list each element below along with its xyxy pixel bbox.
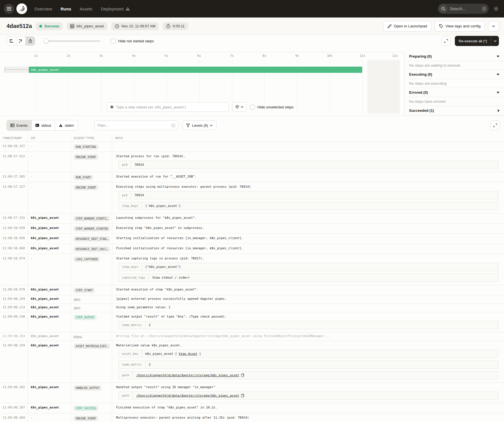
flat-view-icon (10, 39, 14, 43)
event-op[interactable]: k8s_pipes_asset (28, 285, 71, 295)
event-metadata-entry: path/Users/alangenfeld/data/dagster/stor… (118, 392, 498, 400)
event-op[interactable]: k8s_pipes_asset (28, 244, 71, 254)
events-fullscreen-button[interactable] (490, 121, 500, 130)
event-row[interactable]: 11:08:58.039k8s_pipes_assetSTEP_WORKER_S… (0, 223, 504, 233)
metadata-value: /Users/alangenfeld/data/dagster/storage/… (133, 392, 498, 399)
event-op: - (28, 152, 71, 172)
job-name-badge[interactable]: k8s_pipes_asset (67, 22, 107, 30)
view-tags-config-button[interactable]: View tags and config (435, 21, 485, 32)
hide-not-started-checkbox[interactable] (111, 39, 116, 43)
run-header-more-button[interactable] (488, 21, 499, 32)
metadata-link[interactable]: View stdout / stderr (152, 276, 190, 279)
event-op[interactable]: k8s_pipes_asset (28, 341, 71, 382)
event-op[interactable]: k8s_pipes_asset (28, 312, 71, 332)
tab-events[interactable]: Events (7, 120, 31, 130)
search-input[interactable]: Search... / (438, 4, 489, 14)
gantt-step-bar[interactable]: k8s_pipes_asset (29, 67, 362, 73)
metadata-key: some_metric (119, 361, 145, 368)
step-selector-icon (110, 105, 114, 109)
copy-icon[interactable] (241, 373, 244, 377)
event-op[interactable]: k8s_pipes_asset (28, 213, 71, 223)
gantt-tick-label: 1s (34, 54, 38, 58)
log-filter-input[interactable]: Filter... (94, 121, 179, 130)
metadata-value: 78914 (131, 191, 498, 199)
dagster-logo[interactable] (16, 3, 27, 14)
event-row[interactable]: 11:09:08.254k8s_pipes_assetDEBUGWriting … (0, 332, 504, 341)
event-op[interactable]: k8s_pipes_asset (28, 383, 71, 403)
event-row[interactable]: 11:08:57.327-ENGINE_EVENTExecuting steps… (0, 182, 504, 213)
event-row[interactable]: 11:08:58.079k8s_pipes_assetSTEP_STARTSta… (0, 285, 504, 295)
stopwatch-icon (166, 24, 170, 29)
event-type-label: DEBUG (73, 335, 82, 339)
metadata-key: step_keys (119, 202, 142, 210)
nav-item-assets[interactable]: Assets (80, 6, 92, 11)
column-header-op: OP (28, 134, 71, 141)
gantt-view-waterfall-button[interactable] (16, 37, 25, 45)
event-type: LOGS_CAPTURED (71, 254, 112, 285)
step-subset-input[interactable]: Type a step subset (ex: k8s_pipes_asset+… (107, 102, 229, 112)
gantt-view-timed-button[interactable] (25, 37, 35, 45)
event-row[interactable]: 11:09:08.248k8s_pipes_assetSTEP_OUTPUTYi… (0, 312, 504, 332)
event-row[interactable]: 11:09:08.282k8s_pipes_assetHANDLED_OUTPU… (0, 382, 504, 403)
nav-item-runs[interactable]: Runs (61, 6, 71, 11)
panel-section-succeeded[interactable]: Succeeded (1) (405, 106, 504, 115)
panel-section-errored[interactable]: Errored (0) (405, 88, 504, 97)
gantt-tick-label: 4s (132, 54, 136, 58)
hamburger-menu-button[interactable] (4, 4, 14, 14)
event-metadata-entry: some_metric2 (118, 321, 498, 329)
clear-filter-icon[interactable] (171, 123, 175, 128)
tab-stderr[interactable]: stderr (55, 120, 78, 130)
event-type-pill: STEP_WORKER_STARTED (73, 226, 110, 231)
metadata-link[interactable]: /Users/alangenfeld/data/dagster/storage/… (136, 394, 239, 397)
metadata-link[interactable]: View Asset (179, 352, 197, 356)
metadata-key: asset_key (119, 350, 142, 358)
hide-unselected-checkbox-row[interactable]: Hide unselected steps (250, 105, 294, 110)
gantt-tick-label: 7s (230, 54, 234, 58)
reexecute-options-button[interactable] (491, 36, 499, 46)
event-row[interactable]: 11:08:58.060k8s_pipes_assetRESOURCE_INIT… (0, 244, 504, 254)
event-row[interactable]: 11:09:08.259k8s_pipes_assetASSET_MATERIA… (0, 341, 504, 382)
event-row[interactable]: 11:08:57.305-RUN_STARTStarted execution … (0, 172, 504, 182)
nav-item-overview[interactable]: Overview (34, 6, 52, 11)
event-info: Launching subprocess for "k8s_pipes_asse… (112, 213, 504, 223)
copy-icon[interactable] (241, 394, 244, 397)
event-row[interactable]: 11:09:08.484-ENGINE_EVENTMultiprocess ex… (0, 413, 504, 422)
event-type: STEP_OUTPUT (71, 312, 112, 332)
hide-not-started-checkbox-row[interactable]: Hide not started steps (111, 39, 154, 43)
panel-section-executing[interactable]: Executing (0) (405, 70, 504, 79)
event-op[interactable]: k8s_pipes_asset (28, 333, 71, 341)
panel-section-preparing[interactable]: Preparing (0) (405, 52, 504, 61)
metadata-value: View stdout / stderr (149, 274, 498, 281)
event-op[interactable]: k8s_pipes_asset (28, 304, 71, 312)
event-row[interactable]: 11:08:56.337-RUN_STARTING (0, 141, 504, 152)
collapse-layers-button[interactable] (232, 102, 247, 112)
event-row[interactable]: 11:08:57.012-ENGINE_EVENTStarted process… (0, 152, 504, 172)
event-metadata-entry: captured_logsView stdout / stderr (118, 274, 498, 282)
event-row[interactable]: 11:08:57.331k8s_pipes_assetSTEP_WORKER_S… (0, 213, 504, 223)
settings-button[interactable] (493, 6, 499, 12)
slider-handle[interactable] (44, 38, 49, 43)
hide-unselected-checkbox[interactable] (250, 105, 255, 110)
metadata-link[interactable]: /Users/alangenfeld/data/dagster/storage/… (136, 373, 239, 377)
gantt-zoom-slider[interactable] (44, 38, 100, 43)
event-row[interactable]: 11:09:08.213k8s_pipes_assetINFOUsing som… (0, 303, 504, 312)
event-op[interactable]: k8s_pipes_asset (28, 234, 71, 244)
reexecute-all-button[interactable]: Re-execute all (*) (455, 36, 491, 46)
event-op[interactable]: k8s_pipes_asset (28, 295, 71, 303)
event-row[interactable]: 11:09:08.204k8s_pipes_assetINFO[pipes] e… (0, 295, 504, 303)
event-row[interactable]: 11:08:58.074-LOGS_CAPTUREDStarted captur… (0, 254, 504, 285)
open-in-launchpad-button[interactable]: Open in Launchpad (383, 21, 431, 32)
nav-item-deployment[interactable]: Deployment (101, 6, 130, 11)
event-type: RUN_STARTING (71, 142, 112, 152)
levels-filter-button[interactable]: Levels (6) (183, 121, 216, 130)
event-op[interactable]: k8s_pipes_asset (28, 224, 71, 233)
metadata-value: 2 (145, 321, 498, 329)
gantt-fullscreen-button[interactable] (441, 36, 451, 46)
slider-track[interactable] (44, 40, 100, 42)
event-row[interactable]: 11:08:58.056k8s_pipes_assetRESOURCE_INIT… (0, 233, 504, 244)
event-row[interactable]: 11:09:08.287k8s_pipes_assetSTEP_SUCCESSF… (0, 403, 504, 413)
event-op[interactable]: k8s_pipes_asset (28, 403, 71, 413)
event-metadata-entry: pid78914 (118, 161, 498, 169)
tab-stdout[interactable]: stdout (31, 120, 55, 130)
gantt-view-flat-button[interactable] (7, 37, 16, 45)
